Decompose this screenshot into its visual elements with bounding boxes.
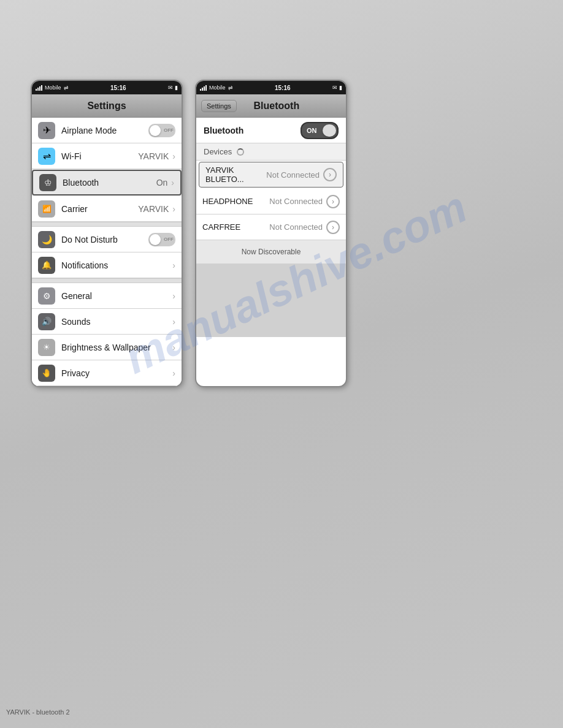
wifi-value: YARVIK (138, 151, 169, 161)
phone1-header: Settings (32, 94, 182, 118)
brightness-wallpaper-row[interactable]: ☀ Brightness & Wallpaper › (32, 335, 182, 360)
phone2-time: 15:16 (275, 85, 291, 91)
bluetooth-on-label: ON (307, 127, 317, 134)
airplane-mode-label: Airplane Mode (61, 126, 148, 135)
bluetooth-row-icon: ♔ (39, 174, 56, 191)
phone2-wifi-icon: ⇌ (228, 85, 233, 91)
loading-spinner-icon (237, 148, 244, 156)
do-not-disturb-label: Do Not Disturb (61, 235, 148, 245)
airplane-toggle-state: OFF (164, 127, 174, 133)
device-carfree-name: CARFREE (202, 222, 269, 232)
phone2-status-left: Mobile ⇌ (200, 85, 233, 91)
general-icon: ⚙ (38, 287, 55, 305)
do-not-disturb-icon: 🌙 (38, 231, 55, 248)
phone2-signal-bars-icon (200, 85, 207, 91)
phones-container: Mobile ⇌ 15:16 ✉ ▮ Settings ✈ Airplane M… (31, 80, 347, 387)
phone1-header-title: Settings (87, 100, 126, 112)
device-headphone-detail-button[interactable]: › (326, 195, 340, 208)
phone2-status-bar: Mobile ⇌ 15:16 ✉ ▮ (196, 81, 346, 94)
bluetooth-screen-title: Bluetooth (237, 100, 316, 112)
carrier-icon: 📶 (38, 200, 55, 218)
device-yarvik-detail-button[interactable]: › (323, 168, 337, 181)
device-headphone-status: Not Connected (269, 197, 323, 206)
carrier-row[interactable]: 📶 Carrier YARVIK › (32, 196, 182, 222)
phone2-carrier-label: Mobile (209, 85, 226, 91)
carrier-label-row: Carrier (61, 204, 138, 214)
do-not-disturb-toggle[interactable]: OFF (148, 233, 175, 246)
back-button[interactable]: Settings (201, 100, 237, 112)
bluetooth-row-label: Bluetooth (204, 126, 301, 135)
notifications-label: Notifications (61, 260, 172, 270)
airplane-mode-row[interactable]: ✈ Airplane Mode OFF (32, 118, 182, 143)
devices-label: Devices (204, 147, 232, 156)
settings-list: ✈ Airplane Mode OFF ⇌ Wi-Fi YARVIK › ♔ B… (32, 118, 182, 386)
mail-icon: ✉ (168, 85, 173, 91)
wifi-label: Wi-Fi (61, 151, 138, 161)
phone2-battery-icon: ▮ (339, 85, 342, 91)
bluetooth-row[interactable]: ♔ Bluetooth On › (32, 170, 182, 195)
sounds-row[interactable]: 🔊 Sounds › (32, 309, 182, 335)
privacy-row[interactable]: 🤚 Privacy › (32, 360, 182, 386)
wifi-icon: ⇌ (38, 148, 55, 165)
signal-bars-icon (36, 85, 42, 91)
device-yarvik-name: YARVIK BLUETO... (205, 165, 266, 184)
separator-2 (32, 278, 182, 283)
wifi-chevron-icon: › (172, 151, 175, 161)
carrier-chevron-icon: › (172, 204, 175, 214)
bluetooth-chevron-icon: › (171, 178, 174, 188)
general-label: General (61, 291, 172, 301)
phone1-time: 15:16 (110, 85, 126, 91)
device-row-headphone[interactable]: HEADPHONE Not Connected › (196, 189, 346, 214)
separator-1 (32, 222, 182, 227)
device-carfree-status: Not Connected (269, 222, 323, 232)
wifi-icon: ⇌ (64, 85, 69, 91)
wifi-row[interactable]: ⇌ Wi-Fi YARVIK › (32, 143, 182, 169)
devices-section-header: Devices (196, 143, 346, 161)
sounds-chevron-icon: › (172, 317, 175, 327)
now-discoverable-label: Now Discoverable (196, 240, 346, 264)
general-chevron-icon: › (172, 291, 175, 301)
bluetooth-value: On (156, 178, 168, 188)
device-yarvik-status: Not Connected (266, 170, 320, 180)
phone2-status-right: ✉ ▮ (332, 85, 342, 91)
device-row-carfree[interactable]: CARFREE Not Connected › (196, 214, 346, 240)
carrier-label: Mobile (45, 85, 61, 91)
phone2-frame: Mobile ⇌ 15:16 ✉ ▮ Settings Bluetooth Bl… (195, 80, 347, 387)
phone2-mail-icon: ✉ (332, 85, 337, 91)
phone1-status-bar: Mobile ⇌ 15:16 ✉ ▮ (32, 81, 182, 94)
privacy-icon: 🤚 (38, 365, 55, 382)
notifications-icon: 🔔 (38, 257, 55, 274)
do-not-disturb-toggle-state: OFF (164, 237, 174, 242)
carrier-value: YARVIK (138, 204, 169, 214)
bluetooth-header: Settings Bluetooth (196, 94, 346, 118)
phone1-status-right: ✉ ▮ (168, 85, 178, 91)
device-carfree-detail-button[interactable]: › (326, 221, 340, 234)
bottom-area (196, 264, 346, 337)
do-not-disturb-row[interactable]: 🌙 Do Not Disturb OFF (32, 227, 182, 252)
sounds-icon: 🔊 (38, 313, 55, 330)
brightness-wallpaper-label: Brightness & Wallpaper (61, 343, 172, 352)
sounds-label: Sounds (61, 317, 172, 327)
battery-icon: ▮ (175, 85, 178, 91)
phone1-status-left: Mobile ⇌ (36, 85, 69, 91)
bottom-label: YARVIK - bluetooth 2 (6, 708, 70, 716)
bluetooth-on-toggle[interactable]: ON (301, 122, 339, 139)
notifications-chevron-icon: › (172, 260, 175, 270)
general-row[interactable]: ⚙ General › (32, 283, 182, 309)
privacy-label: Privacy (61, 368, 172, 378)
airplane-icon: ✈ (38, 122, 55, 139)
device-row-yarvik[interactable]: YARVIK BLUETO... Not Connected › (199, 162, 343, 188)
airplane-toggle[interactable]: OFF (148, 124, 175, 137)
brightness-chevron-icon: › (172, 343, 175, 352)
phone1-frame: Mobile ⇌ 15:16 ✉ ▮ Settings ✈ Airplane M… (31, 80, 183, 387)
bluetooth-toggle-row[interactable]: Bluetooth ON (196, 118, 346, 143)
brightness-icon: ☀ (38, 339, 55, 356)
notifications-row[interactable]: 🔔 Notifications › (32, 252, 182, 278)
device-headphone-name: HEADPHONE (202, 197, 269, 206)
bluetooth-label: Bluetooth (63, 178, 156, 188)
privacy-chevron-icon: › (172, 368, 175, 378)
